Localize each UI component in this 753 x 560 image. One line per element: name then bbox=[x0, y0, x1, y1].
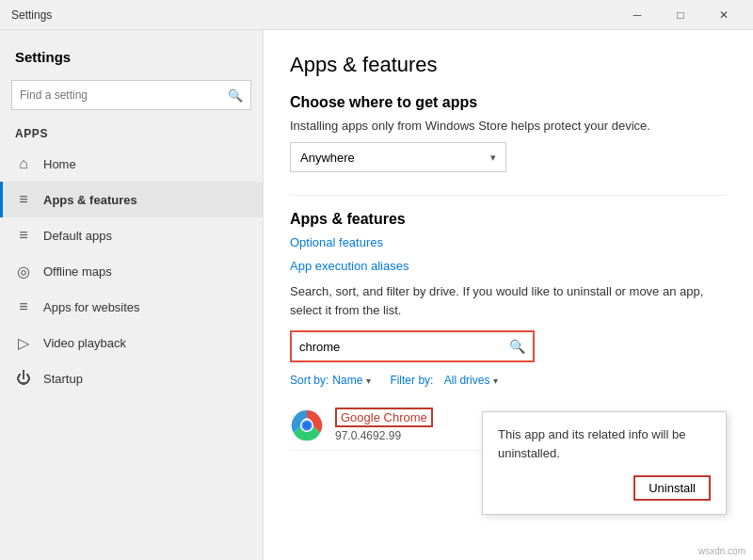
watermark: wsxdn.com bbox=[698, 546, 745, 556]
choose-section: Choose where to get apps Installing apps… bbox=[290, 94, 727, 172]
sidebar-item-video-playback[interactable]: ▷ Video playback bbox=[0, 325, 263, 360]
sidebar-item-apps-websites[interactable]: ≡ Apps for websites bbox=[0, 289, 263, 325]
filter-caret-icon: ▾ bbox=[493, 376, 498, 386]
default-apps-icon: ≡ bbox=[15, 227, 32, 244]
app-execution-aliases-link[interactable]: App execution aliases bbox=[290, 259, 727, 273]
title-bar: Settings ─ □ ✕ bbox=[0, 0, 753, 30]
title-bar-title: Settings bbox=[8, 8, 616, 22]
chrome-app-icon bbox=[290, 408, 324, 442]
main-content: Apps & features Choose where to get apps… bbox=[264, 30, 753, 560]
app-name-chrome[interactable]: Google Chrome bbox=[335, 408, 433, 427]
close-button[interactable]: ✕ bbox=[702, 0, 745, 30]
sidebar-search-icon: 🔍 bbox=[228, 88, 243, 103]
tooltip-popup: This app and its related info will be un… bbox=[482, 411, 727, 515]
sidebar-header: Settings bbox=[0, 30, 263, 72]
choose-description: Installing apps only from Windows Store … bbox=[290, 119, 727, 133]
sidebar-item-label-default-apps: Default apps bbox=[43, 229, 112, 243]
sidebar-item-default-apps[interactable]: ≡ Default apps bbox=[0, 217, 263, 253]
sort-filter-row: Sort by: Name ▾ Filter by: All drives ▾ bbox=[290, 374, 727, 387]
maximize-button[interactable]: □ bbox=[659, 0, 702, 30]
svg-point-4 bbox=[304, 422, 311, 428]
sidebar-item-offline-maps[interactable]: ◎ Offline maps bbox=[0, 253, 263, 289]
section-divider bbox=[290, 195, 727, 196]
sidebar-item-label-offline-maps: Offline maps bbox=[43, 264, 112, 279]
apps-section-title: Apps & features bbox=[290, 211, 727, 228]
video-playback-icon: ▷ bbox=[15, 334, 32, 351]
app-search-bar[interactable]: 🔍 bbox=[290, 330, 535, 362]
optional-features-link[interactable]: Optional features bbox=[290, 235, 727, 249]
sidebar-item-label-home: Home bbox=[43, 157, 76, 171]
startup-icon: ⏻ bbox=[15, 370, 32, 387]
sidebar-search-input[interactable] bbox=[20, 88, 228, 102]
sort-by-value: Name bbox=[332, 374, 362, 387]
apps-features-icon: ≡ bbox=[15, 191, 32, 208]
sidebar-item-apps-features[interactable]: ≡ Apps & features bbox=[0, 182, 263, 217]
sort-by-control[interactable]: Sort by: Name ▾ bbox=[290, 374, 371, 387]
filter-by-control[interactable]: Filter by: All drives ▾ bbox=[390, 374, 498, 387]
sidebar-item-label-apps-websites: Apps for websites bbox=[43, 300, 140, 314]
apps-websites-icon: ≡ bbox=[15, 298, 32, 315]
tooltip-popup-text: This app and its related info will be un… bbox=[498, 425, 711, 462]
offline-maps-icon: ◎ bbox=[15, 263, 32, 280]
app-search-input[interactable] bbox=[299, 340, 509, 354]
sidebar-item-label-apps-features: Apps & features bbox=[43, 193, 137, 207]
dropdown-value: Anywhere bbox=[300, 151, 355, 165]
chrome-icon-svg bbox=[290, 408, 324, 442]
sort-caret-icon: ▾ bbox=[366, 376, 371, 386]
choose-section-title: Choose where to get apps bbox=[290, 94, 727, 111]
sidebar-item-label-video-playback: Video playback bbox=[43, 336, 126, 350]
home-icon: ⌂ bbox=[15, 155, 32, 172]
sidebar-item-label-startup: Startup bbox=[43, 372, 83, 386]
sidebar-item-home[interactable]: ⌂ Home bbox=[0, 146, 263, 182]
app-search-icon: 🔍 bbox=[509, 339, 525, 354]
dropdown-arrow-icon: ▾ bbox=[490, 152, 496, 164]
search-filter-description: Search, sort, and filter by drive. If yo… bbox=[290, 282, 727, 319]
sidebar: Settings 🔍 Apps ⌂ Home ≡ Apps & features… bbox=[0, 30, 264, 560]
sidebar-item-startup[interactable]: ⏻ Startup bbox=[0, 360, 263, 396]
filter-by-value: All drives bbox=[444, 374, 490, 387]
filter-by-label: Filter by: bbox=[390, 374, 433, 387]
anywhere-dropdown[interactable]: Anywhere ▾ bbox=[290, 142, 506, 172]
sidebar-section-label: Apps bbox=[0, 121, 263, 146]
sort-by-label: Sort by: bbox=[290, 374, 328, 387]
minimize-button[interactable]: ─ bbox=[616, 0, 659, 30]
app-layout: Settings 🔍 Apps ⌂ Home ≡ Apps & features… bbox=[0, 30, 753, 560]
page-title: Apps & features bbox=[290, 53, 727, 77]
title-bar-controls: ─ □ ✕ bbox=[616, 0, 745, 30]
sidebar-search-box[interactable]: 🔍 bbox=[11, 80, 251, 110]
tooltip-uninstall-button[interactable]: Uninstall bbox=[633, 475, 711, 501]
